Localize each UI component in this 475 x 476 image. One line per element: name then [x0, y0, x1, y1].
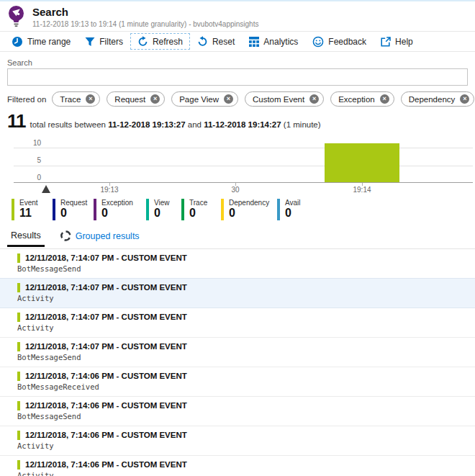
search-label: Search — [7, 58, 468, 67]
triangle-handle-icon[interactable] — [42, 185, 50, 193]
chart-bar[interactable] — [325, 143, 399, 182]
search-input[interactable] — [7, 68, 468, 86]
event-type-marker — [17, 283, 20, 292]
circle-x-icon[interactable]: × — [150, 94, 160, 104]
divider — [0, 51, 475, 52]
command-bar: Time range Filters Refresh Reset — [0, 32, 475, 51]
filter-chip-dependency[interactable]: Dependency × — [401, 91, 475, 107]
total-results-count: 11 — [7, 110, 26, 133]
result-row[interactable]: 12/11/2018, 7:14:06 PM - CUSTOM EVENT Bo… — [0, 396, 475, 426]
result-detail: BotMessageReceived — [17, 382, 468, 392]
y-axis-tick: 0 — [0, 174, 41, 181]
clock-icon — [12, 36, 23, 48]
reset-button[interactable]: Reset — [190, 33, 242, 50]
reset-icon — [197, 36, 208, 47]
tab-grouped-results-label: Grouped results — [76, 231, 140, 241]
filters-button[interactable]: Filters — [78, 34, 130, 50]
legend-label: Trace — [189, 199, 207, 207]
result-detail: BotMessageSend — [17, 264, 468, 274]
filter-chip-label: Request — [114, 95, 145, 104]
circle-x-icon[interactable]: × — [309, 94, 319, 104]
legend-item-avail[interactable]: Avail 0 — [277, 199, 301, 220]
filter-chip-label: Trace — [60, 95, 81, 104]
filter-chip-custom-event[interactable]: Custom Event × — [245, 91, 324, 107]
result-title: 12/11/2018, 7:14:06 PM - CUSTOM EVENT — [25, 400, 187, 410]
filter-chip-row: Filtered on Trace × Request × Page View … — [7, 91, 475, 107]
tab-grouped-results[interactable]: Grouped results — [60, 230, 140, 247]
filter-chip-exception[interactable]: Exception × — [330, 91, 394, 107]
legend-item-event[interactable]: Event 11 — [12, 199, 53, 220]
feedback-button[interactable]: Feedback — [305, 33, 374, 50]
x-axis-tick: 30 — [214, 186, 257, 194]
results-summary-text: total results between 11-12-2018 19:13:2… — [30, 120, 321, 129]
refresh-button[interactable]: Refresh — [130, 33, 190, 50]
circle-x-icon[interactable]: × — [380, 94, 389, 104]
event-type-marker — [17, 431, 20, 440]
result-title: 12/11/2018, 7:14:07 PM - CUSTOM EVENT — [25, 253, 187, 263]
result-row[interactable]: 12/11/2018, 7:14:06 PM - CUSTOM EVENT Bo… — [0, 367, 475, 396]
gridline — [14, 166, 473, 166]
help-button[interactable]: Help — [374, 34, 420, 50]
feedback-label: Feedback — [328, 37, 366, 47]
legend-item-view[interactable]: View 0 — [146, 199, 181, 220]
filter-chip-request[interactable]: Request × — [107, 91, 165, 107]
results-tabs: Results Grouped results — [7, 230, 475, 247]
result-title: 12/11/2018, 7:14:06 PM - CUSTOM EVENT — [25, 371, 187, 381]
filter-icon — [85, 37, 95, 47]
chart-legend: Event 11 Request 0 Exception 0 View 0 Tr… — [12, 199, 475, 220]
end-datetime: 11-12-2018 19:14:27 — [204, 120, 281, 129]
result-title: 12/11/2018, 7:14:06 PM - CUSTOM EVENT — [25, 459, 187, 470]
result-title: 12/11/2018, 7:14:07 PM - CUSTOM EVENT — [25, 282, 187, 292]
result-title: 12/11/2018, 7:14:07 PM - CUSTOM EVENT — [25, 312, 187, 322]
legend-item-request[interactable]: Request 0 — [53, 199, 94, 220]
refresh-label: Refresh — [153, 37, 183, 47]
legend-value: 0 — [285, 207, 301, 220]
legend-item-exception[interactable]: Exception 0 — [94, 199, 146, 220]
analytics-button[interactable]: Analytics — [242, 34, 305, 50]
results-timeline-chart[interactable]: 10 5 0 19:13 30 19:14 — [0, 137, 475, 196]
legend-value: 11 — [19, 207, 38, 220]
circle-x-icon[interactable]: × — [86, 94, 95, 104]
legend-value: 0 — [60, 207, 87, 220]
filter-chip-page-view[interactable]: Page View × — [171, 91, 238, 107]
legend-value: 0 — [154, 207, 170, 220]
legend-value: 0 — [229, 207, 269, 220]
tab-results[interactable]: Results — [7, 230, 45, 247]
smiley-icon — [312, 36, 324, 48]
legend-label: Event — [19, 199, 38, 207]
legend-label: Exception — [101, 199, 133, 207]
result-row[interactable]: 12/11/2018, 7:14:07 PM - CUSTOM EVENT Ac… — [0, 278, 475, 307]
result-row[interactable]: 12/11/2018, 7:14:07 PM - CUSTOM EVENT Ac… — [0, 307, 475, 337]
legend-color-bar — [181, 199, 184, 220]
result-row[interactable]: 12/11/2018, 7:14:07 PM - CUSTOM EVENT Bo… — [0, 337, 475, 367]
result-row[interactable]: 12/11/2018, 7:14:06 PM - CUSTOM EVENT Ac… — [0, 426, 475, 455]
legend-color-bar — [146, 199, 149, 220]
result-detail: Activity — [17, 471, 468, 476]
lightbulb-icon — [6, 5, 26, 27]
legend-item-dependency[interactable]: Dependency 0 — [221, 199, 277, 220]
x-axis-tick: 19:13 — [88, 186, 131, 194]
filters-label: Filters — [99, 37, 123, 47]
y-axis-tick: 5 — [0, 156, 41, 164]
legend-item-trace[interactable]: Trace 0 — [181, 199, 221, 220]
result-detail: Activity — [17, 441, 468, 451]
circle-x-icon[interactable]: × — [460, 94, 469, 104]
chart-plot-area — [14, 137, 473, 183]
event-type-marker — [17, 313, 20, 322]
legend-label: View — [154, 199, 170, 207]
result-detail: BotMessageSend — [17, 353, 468, 362]
legend-label: Avail — [285, 199, 301, 207]
blade-header: Search 11-12-2018 19:13 to 19:14 (1 minu… — [0, 1, 475, 31]
filter-chip-trace[interactable]: Trace × — [52, 91, 100, 107]
filter-chip-label: Page View — [179, 95, 219, 104]
result-row[interactable]: 12/11/2018, 7:14:06 PM - CUSTOM EVENT Ac… — [0, 455, 475, 476]
circle-x-icon[interactable]: × — [224, 94, 233, 104]
help-label: Help — [395, 37, 413, 47]
legend-color-bar — [94, 199, 96, 220]
gridline — [14, 148, 473, 148]
result-row[interactable]: 12/11/2018, 7:14:07 PM - CUSTOM EVENT Bo… — [0, 249, 475, 278]
refresh-icon — [137, 36, 148, 47]
event-type-marker — [17, 342, 20, 351]
time-range-button[interactable]: Time range — [4, 33, 78, 50]
segmented-circle-icon — [60, 230, 71, 241]
